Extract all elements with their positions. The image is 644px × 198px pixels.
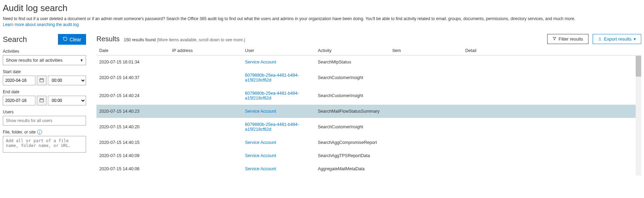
table-row[interactable]: 2020-07-15 14:40:206079880b-25ea-4481-b4… [96, 118, 641, 136]
cell-item [390, 69, 463, 87]
scrollbar-thumb[interactable] [636, 56, 641, 77]
caret-down-icon: ▾ [80, 58, 83, 63]
svg-rect-0 [40, 78, 44, 81]
results-table: Date IP address User Activity Item Detai… [96, 46, 641, 175]
col-detail[interactable]: Detail [463, 46, 641, 55]
table-row[interactable]: 2020-07-15 14:40:376079880b-25ea-4481-b4… [96, 69, 641, 87]
table-row[interactable]: 2020-07-15 14:40:23Service AccountSearch… [96, 105, 641, 118]
table-row[interactable]: 2020-07-15 14:40:06Service AccountAggreg… [96, 162, 641, 175]
cell-activity: SearchAggTPSReportData [315, 149, 390, 162]
page-title: Audit log search [3, 3, 641, 14]
cell-activity: AggregateMailMetaData [315, 162, 390, 175]
cell-activity: SearchCustomerInsight [315, 69, 390, 87]
export-results-label: Export results [604, 36, 632, 42]
results-panel: Results 150 results found (More items av… [96, 34, 641, 175]
results-meta: 150 results found (More items available,… [124, 37, 245, 42]
cell-ip [169, 105, 242, 118]
file-input[interactable] [3, 136, 86, 153]
export-results-button[interactable]: Export results ▾ [593, 34, 641, 44]
cell-user: 6079880b-25ea-4481-b494-a15f218cf62d [242, 69, 315, 87]
filter-icon [552, 36, 557, 42]
user-link[interactable]: Service Account [245, 140, 276, 145]
filter-results-label: Filter results [559, 36, 583, 42]
start-date-label: Start date [3, 69, 86, 74]
info-icon[interactable]: i [37, 130, 42, 135]
results-count-text: 150 results found [124, 37, 156, 42]
users-label: Users [3, 110, 86, 114]
cell-item [390, 118, 463, 136]
svg-rect-1 [40, 98, 44, 102]
cell-detail [463, 162, 641, 175]
file-label: File, folder, or site i [3, 130, 86, 135]
filter-results-button[interactable]: Filter results [547, 34, 588, 44]
caret-down-icon: ▾ [634, 36, 636, 42]
activities-label: Activities [3, 49, 86, 54]
cell-ip [169, 136, 242, 149]
start-date-calendar-button[interactable] [37, 76, 46, 85]
user-link[interactable]: 6079880b-25ea-4481-b494-a15f218cf62d [245, 73, 299, 83]
cell-ip [169, 87, 242, 105]
user-link[interactable]: Service Account [245, 153, 276, 158]
col-date[interactable]: Date [96, 46, 169, 55]
clear-button[interactable]: Clear [58, 34, 86, 45]
col-item[interactable]: Item [390, 46, 463, 55]
user-link[interactable]: Service Account [245, 166, 276, 171]
calendar-icon [39, 98, 44, 104]
start-time-select[interactable]: 00:00 [48, 76, 86, 85]
cell-activity: SearchCustomerInsight [315, 87, 390, 105]
end-date-input[interactable] [3, 96, 35, 105]
end-date-label: End date [3, 89, 86, 94]
download-icon [598, 36, 602, 42]
cell-date: 2020-07-15 14:40:09 [96, 149, 169, 162]
activities-select[interactable]: Show results for all activities ▾ [3, 55, 86, 65]
col-ip[interactable]: IP address [169, 46, 242, 55]
table-row[interactable]: 2020-07-15 14:40:246079880b-25ea-4481-b4… [96, 87, 641, 105]
cell-user: Service Account [242, 162, 315, 175]
cell-user: Service Account [242, 105, 315, 118]
cell-ip [169, 149, 242, 162]
results-heading: Results [96, 35, 120, 43]
cell-detail [463, 118, 641, 136]
cell-ip [169, 55, 242, 69]
cell-item [390, 149, 463, 162]
cell-detail [463, 105, 641, 118]
user-link[interactable]: Service Account [245, 109, 276, 114]
undo-icon [63, 36, 68, 42]
user-link[interactable]: 6079880b-25ea-4481-b494-a15f218cf62d [245, 122, 299, 132]
cell-item [390, 136, 463, 149]
cell-date: 2020-07-15 14:40:23 [96, 105, 169, 118]
cell-detail [463, 69, 641, 87]
vertical-scrollbar[interactable] [636, 56, 641, 175]
cell-item [390, 162, 463, 175]
col-user[interactable]: User [242, 46, 315, 55]
cell-date: 2020-07-15 14:40:20 [96, 118, 169, 136]
cell-user: Service Account [242, 136, 315, 149]
cell-item [390, 55, 463, 69]
table-row[interactable]: 2020-07-15 14:40:15Service AccountSearch… [96, 136, 641, 149]
cell-item [390, 105, 463, 118]
table-row[interactable]: 2020-07-15 14:40:09Service AccountSearch… [96, 149, 641, 162]
cell-date: 2020-07-15 14:40:37 [96, 69, 169, 87]
cell-user: 6079880b-25ea-4481-b494-a15f218cf62d [242, 118, 315, 136]
learn-more-link[interactable]: Learn more about searching the audit log [3, 22, 79, 27]
user-link[interactable]: 6079880b-25ea-4481-b494-a15f218cf62d [245, 91, 299, 101]
cell-activity: SearchAggCompromiseReport [315, 136, 390, 149]
users-input[interactable] [3, 116, 86, 126]
clear-button-label: Clear [70, 37, 81, 42]
table-row[interactable]: 2020-07-15 16:01:34Service AccountSearch… [96, 55, 641, 69]
cell-ip [169, 118, 242, 136]
page-description: Need to find out if a user deleted a doc… [3, 16, 641, 21]
end-date-calendar-button[interactable] [37, 96, 46, 105]
cell-activity: SearchCustomerInsight [315, 118, 390, 136]
cell-date: 2020-07-15 14:40:15 [96, 136, 169, 149]
cell-date: 2020-07-15 14:40:24 [96, 87, 169, 105]
cell-detail [463, 149, 641, 162]
cell-activity: SearchMailFlowStatusSummary [315, 105, 390, 118]
end-time-select[interactable]: 00:00 [48, 96, 86, 105]
calendar-icon [39, 78, 44, 84]
activities-select-value: Show results for all activities [6, 58, 62, 63]
cell-detail [463, 55, 641, 69]
user-link[interactable]: Service Account [245, 60, 276, 64]
start-date-input[interactable] [3, 76, 35, 85]
col-activity[interactable]: Activity [315, 46, 390, 55]
